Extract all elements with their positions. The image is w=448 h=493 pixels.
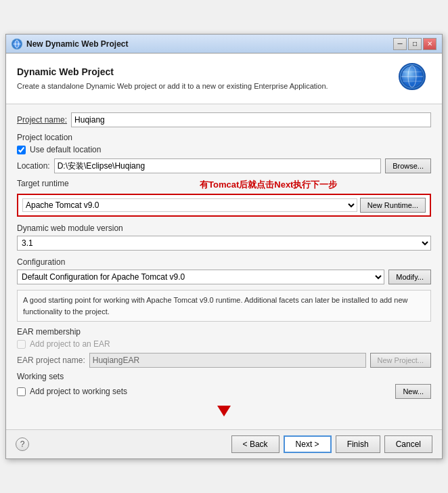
- next-button[interactable]: Next >: [284, 435, 332, 453]
- location-input[interactable]: [54, 158, 381, 173]
- add-working-sets-checkbox[interactable]: [17, 387, 26, 396]
- window-icon: [12, 39, 22, 49]
- add-working-sets-row: Add project to working sets: [17, 387, 127, 396]
- arrow-indicator: [17, 403, 431, 421]
- content-area: Project name: Project location Use defau…: [6, 104, 442, 429]
- new-project-button[interactable]: New Project...: [370, 353, 431, 368]
- target-runtime-box: Apache Tomcat v9.0 New Runtime...: [17, 194, 431, 217]
- annotation-wrapper: Target runtime 有Tomcat后就点击Next执行下一步: [17, 179, 431, 192]
- ear-project-name-row: EAR project name: New Project...: [17, 353, 431, 368]
- add-ear-label: Add project to an EAR: [30, 339, 110, 349]
- project-name-label: Project name:: [17, 115, 67, 125]
- target-runtime-area: Apache Tomcat v9.0 New Runtime...: [17, 194, 431, 217]
- title-bar-controls: ─ □ ✕: [393, 38, 436, 50]
- down-arrow-icon: [217, 406, 231, 416]
- header-text: Dynamic Web Project Create a standalone …: [17, 66, 328, 91]
- configuration-section-label: Configuration: [17, 257, 431, 267]
- working-sets-label: Working sets: [17, 372, 431, 381]
- finish-button[interactable]: Finish: [336, 435, 380, 453]
- help-button[interactable]: ?: [16, 437, 29, 451]
- minimize-button[interactable]: ─: [393, 38, 407, 50]
- close-button[interactable]: ✕: [423, 38, 436, 50]
- footer: ? < Back Next > Finish Cancel: [6, 429, 442, 458]
- module-version-select[interactable]: 3.1: [17, 236, 431, 251]
- location-row: Location: Browse...: [17, 158, 431, 173]
- configuration-row: Default Configuration for Apache Tomcat …: [17, 270, 431, 284]
- use-default-checkbox[interactable]: [17, 146, 26, 154]
- use-default-label: Use default location: [30, 145, 101, 154]
- dialog-title: Dynamic Web Project: [17, 66, 328, 77]
- add-working-sets-label: Add project to working sets: [30, 387, 127, 396]
- dialog-window: New Dynamic Web Project ─ □ ✕ Dynamic We…: [5, 34, 443, 459]
- target-runtime-section-label: Target runtime: [17, 179, 69, 188]
- configuration-description: A good starting point for working with A…: [17, 290, 431, 322]
- title-bar-text: New Dynamic Web Project: [26, 39, 389, 49]
- header-section: Dynamic Web Project Create a standalone …: [6, 53, 442, 104]
- configuration-select[interactable]: Default Configuration for Apache Tomcat …: [17, 270, 384, 284]
- ear-project-name-input[interactable]: [89, 353, 366, 368]
- browse-button[interactable]: Browse...: [385, 158, 431, 173]
- ear-project-name-label: EAR project name:: [17, 356, 85, 365]
- header-icon: [399, 63, 431, 95]
- project-location-label: Project location: [17, 133, 431, 142]
- location-label: Location:: [17, 161, 50, 171]
- new-working-set-button[interactable]: New...: [395, 384, 431, 399]
- project-name-row: Project name:: [17, 112, 431, 127]
- add-ear-checkbox[interactable]: [17, 340, 26, 349]
- modify-button[interactable]: Modify...: [388, 270, 431, 284]
- maximize-button[interactable]: □: [408, 38, 422, 50]
- back-button[interactable]: < Back: [231, 435, 279, 453]
- new-runtime-button[interactable]: New Runtime...: [360, 198, 426, 213]
- dialog-description: Create a standalone Dynamic Web project …: [17, 81, 328, 91]
- add-ear-row: Add project to an EAR: [17, 339, 431, 349]
- use-default-location-row: Use default location: [17, 145, 431, 154]
- target-runtime-select[interactable]: Apache Tomcat v9.0: [22, 198, 357, 212]
- module-version-row: 3.1: [17, 236, 431, 251]
- cancel-button[interactable]: Cancel: [384, 435, 432, 453]
- project-name-input[interactable]: [71, 112, 431, 127]
- globe-icon: [399, 63, 426, 90]
- module-version-label: Dynamic web module version: [17, 223, 431, 233]
- title-bar: New Dynamic Web Project ─ □ ✕: [6, 35, 442, 53]
- ear-membership-label: EAR membership: [17, 327, 431, 337]
- footer-buttons: < Back Next > Finish Cancel: [231, 435, 432, 453]
- annotation-text: 有Tomcat后就点击Next执行下一步: [200, 179, 337, 191]
